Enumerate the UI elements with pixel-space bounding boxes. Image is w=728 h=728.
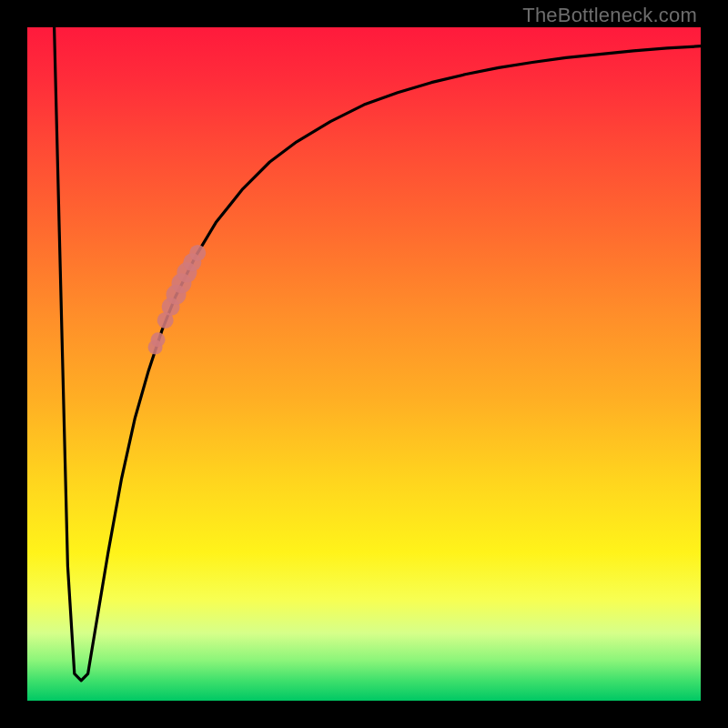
curve-markers xyxy=(148,245,207,355)
watermark-text: TheBottleneck.com xyxy=(522,4,697,27)
chart-container: TheBottleneck.com xyxy=(0,0,728,728)
curve-marker xyxy=(189,245,206,261)
plot-area xyxy=(27,27,701,701)
curve-marker xyxy=(151,332,166,347)
chart-svg xyxy=(27,27,701,701)
bottleneck-curve xyxy=(55,27,701,681)
